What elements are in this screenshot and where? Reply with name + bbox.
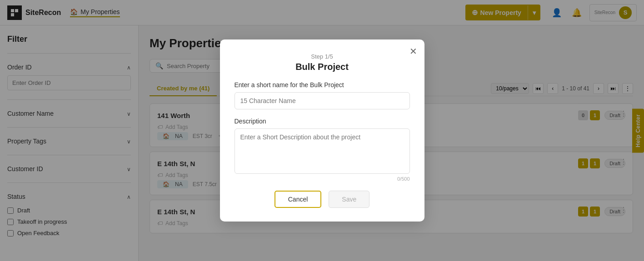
bulk-project-modal: ✕ Step 1/5 Bulk Project Enter a short na…	[220, 39, 424, 222]
save-button[interactable]: Save	[329, 191, 369, 208]
modal-actions: Cancel Save	[235, 191, 410, 208]
description-textarea[interactable]	[235, 128, 410, 174]
modal-overlay: ✕ Step 1/5 Bulk Project Enter a short na…	[0, 0, 644, 261]
project-name-input[interactable]	[235, 92, 410, 109]
name-label: Enter a short name for the Bulk Project	[235, 81, 410, 89]
cancel-button[interactable]: Cancel	[275, 191, 322, 208]
description-label: Description	[235, 118, 410, 125]
modal-close-button[interactable]: ✕	[409, 46, 417, 57]
modal-title: Bulk Project	[235, 62, 410, 72]
modal-step: Step 1/5	[235, 53, 410, 60]
description-counter: 0/500	[235, 176, 410, 182]
